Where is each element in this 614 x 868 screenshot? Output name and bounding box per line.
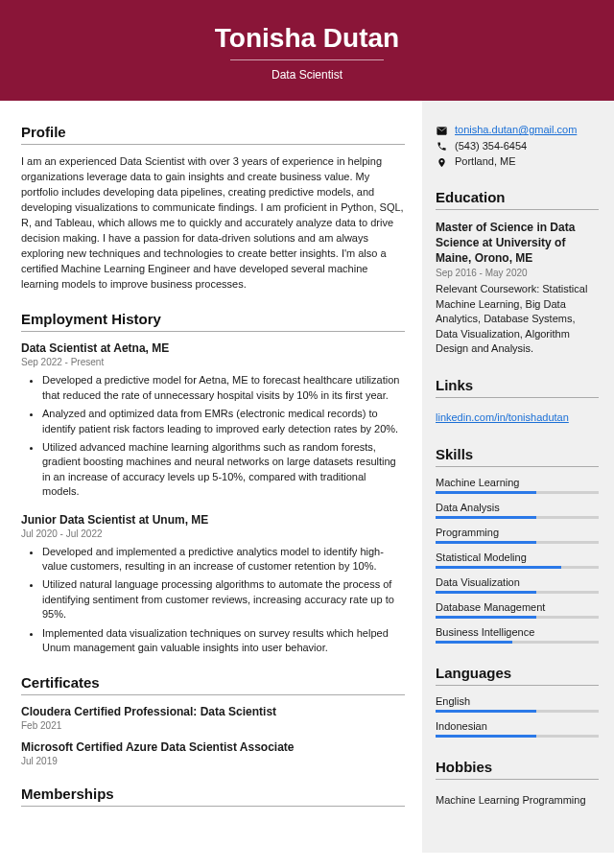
profile-text: I am an experienced Data Scientist with … — [21, 154, 405, 292]
section-rule — [436, 209, 599, 210]
employment-section: Employment History Data Scientist at Aet… — [21, 311, 405, 655]
skill-item: Database Management — [436, 601, 599, 619]
skill-bar — [436, 641, 599, 644]
certificate-item: Cloudera Certified Professional: Data Sc… — [21, 705, 405, 731]
certificate-title: Cloudera Certified Professional: Data Sc… — [21, 705, 405, 718]
linkedin-link[interactable]: linkedin.com/in/tonishadutan — [436, 411, 569, 423]
skill-bar — [436, 591, 599, 594]
section-rule — [21, 694, 405, 695]
job-dates: Jul 2020 - Jul 2022 — [21, 528, 405, 539]
skill-name: Data Analysis — [436, 502, 599, 513]
skill-fill — [436, 710, 536, 713]
person-title: Data Scientist — [0, 68, 614, 82]
skill-bar — [436, 616, 599, 619]
hobby-item: Machine Learning Programming — [436, 789, 599, 809]
job-bullet: Utilized natural language processing alg… — [42, 577, 405, 622]
education-degree: Master of Science in Data Science at Uni… — [436, 220, 599, 267]
employment-heading: Employment History — [21, 311, 405, 327]
skill-item: Programming — [436, 527, 599, 544]
certificate-date: Jul 2019 — [21, 756, 405, 766]
skill-fill — [436, 616, 536, 619]
languages-list: EnglishIndonesian — [436, 695, 599, 738]
person-name: Tonisha Dutan — [0, 23, 614, 54]
contact-phone-row: (543) 354-6454 — [436, 140, 599, 152]
section-rule — [436, 397, 599, 398]
job-bullet: Analyzed and optimized data from EMRs (e… — [42, 407, 405, 436]
skills-section: Skills Machine LearningData AnalysisProg… — [436, 446, 599, 644]
skill-bar — [436, 735, 599, 738]
skill-name: Indonesian — [436, 720, 599, 732]
skill-name: Programming — [436, 527, 599, 538]
sidebar-column: tonisha.dutan@gmail.com (543) 354-6454 P… — [422, 101, 614, 853]
envelope-icon — [436, 124, 447, 136]
skills-list: Machine LearningData AnalysisProgramming… — [436, 477, 599, 644]
hobbies-section: Hobbies Machine Learning Programming — [436, 759, 599, 809]
skill-bar — [436, 491, 599, 494]
skill-fill — [436, 566, 561, 569]
skill-fill — [436, 491, 536, 494]
section-rule — [436, 685, 599, 686]
job-dates: Sep 2022 - Present — [21, 357, 405, 367]
skill-fill — [436, 516, 536, 519]
skill-item: Data Analysis — [436, 502, 599, 519]
job-bullet: Developed a predictive model for Aetna, … — [42, 373, 405, 403]
skill-item: Data Visualization — [436, 576, 599, 594]
job-item: Junior Data Scientist at Unum, ME Jul 20… — [21, 513, 405, 656]
job-title: Junior Data Scientist at Unum, ME — [21, 513, 405, 527]
education-heading: Education — [436, 189, 599, 205]
main-column: Profile I am an experienced Data Scienti… — [0, 101, 422, 853]
job-title: Data Scientist at Aetna, ME — [21, 341, 405, 355]
skill-item: Indonesian — [436, 720, 599, 738]
languages-section: Languages EnglishIndonesian — [436, 665, 599, 738]
skill-item: Machine Learning — [436, 477, 599, 494]
languages-heading: Languages — [436, 665, 599, 681]
skill-bar — [436, 710, 599, 713]
memberships-heading: Memberships — [21, 786, 405, 802]
job-bullet: Developed and implemented a predictive a… — [42, 545, 405, 575]
job-bullets: Developed and implemented a predictive a… — [21, 545, 405, 656]
name-underline — [230, 59, 384, 60]
phone-icon — [436, 140, 447, 152]
body-wrap: Profile I am an experienced Data Scienti… — [0, 101, 614, 853]
skill-name: Data Visualization — [436, 576, 599, 588]
contact-location-row: Portland, ME — [436, 155, 599, 168]
skill-name: Machine Learning — [436, 477, 599, 488]
skill-fill — [436, 735, 536, 738]
links-heading: Links — [436, 377, 599, 393]
skill-bar — [436, 541, 599, 544]
link-item: linkedin.com/in/tonishadutan — [436, 408, 599, 425]
education-section: Education Master of Science in Data Scie… — [436, 189, 599, 357]
skill-name: Database Management — [436, 601, 599, 613]
skill-item: Statistical Modeling — [436, 551, 599, 569]
skill-item: Business Intelligence — [436, 626, 599, 644]
links-section: Links linkedin.com/in/tonishadutan — [436, 377, 599, 425]
email-link[interactable]: tonisha.dutan@gmail.com — [455, 124, 577, 135]
certificates-section: Certificates Cloudera Certified Professi… — [21, 674, 405, 766]
certificates-heading: Certificates — [21, 674, 405, 691]
education-dates: Sep 2016 - May 2020 — [436, 268, 599, 278]
job-bullets: Developed a predictive model for Aetna, … — [21, 373, 405, 499]
skill-name: English — [436, 695, 599, 707]
memberships-section: Memberships — [21, 786, 405, 807]
section-rule — [21, 144, 405, 145]
profile-heading: Profile — [21, 124, 405, 140]
skill-name: Statistical Modeling — [436, 551, 599, 563]
profile-section: Profile I am an experienced Data Scienti… — [21, 124, 405, 292]
job-item: Data Scientist at Aetna, ME Sep 2022 - P… — [21, 341, 405, 499]
hobbies-heading: Hobbies — [436, 759, 599, 775]
location-text: Portland, ME — [455, 155, 516, 167]
education-desc: Relevant Coursework: Statistical Machine… — [436, 282, 599, 356]
job-bullet: Utilized advanced machine learning algor… — [42, 440, 405, 500]
contact-section: tonisha.dutan@gmail.com (543) 354-6454 P… — [436, 124, 599, 168]
section-rule — [21, 806, 405, 807]
certificate-title: Microsoft Certified Azure Data Scientist… — [21, 740, 405, 754]
section-rule — [436, 779, 599, 780]
section-rule — [436, 466, 599, 467]
skills-heading: Skills — [436, 446, 599, 462]
job-bullet: Implemented data visualization technique… — [42, 626, 405, 656]
resume-header: Tonisha Dutan Data Scientist — [0, 0, 614, 101]
certificate-date: Feb 2021 — [21, 720, 405, 731]
skill-fill — [436, 591, 536, 594]
phone-text: (543) 354-6454 — [455, 140, 527, 152]
skill-bar — [436, 516, 599, 519]
